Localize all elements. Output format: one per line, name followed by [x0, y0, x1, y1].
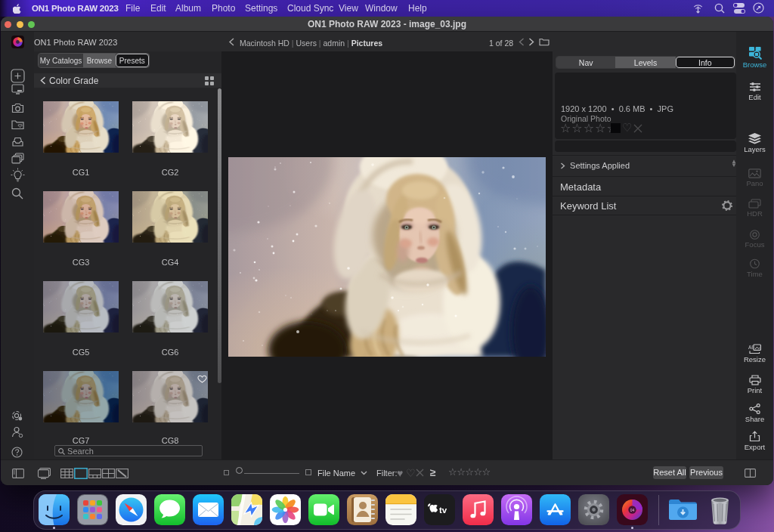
- svg-text:AI: AI: [748, 345, 753, 350]
- svg-text:04: 04: [630, 508, 634, 512]
- svg-text:tv: tv: [439, 506, 447, 515]
